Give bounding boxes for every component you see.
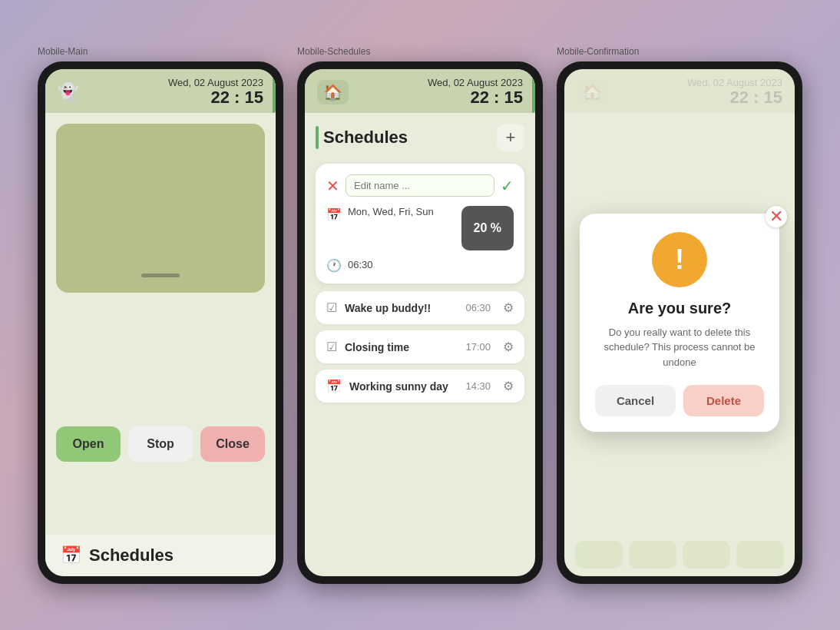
schedules-title: Schedules <box>323 128 408 148</box>
phone1-device: 👻 Wed, 02 August 2023 22 : 15 Open S <box>38 61 283 584</box>
schedule-item-2: 📅 Working sunny day 14:30 ⚙ <box>316 370 524 403</box>
phone3-dialog-overlay: ✕ ! Are you sure? Do you really want to … <box>564 69 795 576</box>
card-confirm-icon[interactable]: ✓ <box>501 177 514 195</box>
schedule-item-0: ☑ Wake up buddy!! 06:30 ⚙ <box>316 291 524 324</box>
schedule-time-0: 06:30 <box>465 302 491 313</box>
phone3-screen: 🏠 Wed, 02 August 2023 22 : 15 <box>564 69 795 576</box>
phone2-datetime: Wed, 02 August 2023 22 : 15 <box>428 77 523 107</box>
schedule-time-1: 17:00 <box>465 341 491 353</box>
phone1-action-buttons: Open Stop Close <box>56 426 265 462</box>
warning-circle: ! <box>652 232 707 287</box>
title-left: Schedules <box>316 126 408 149</box>
dialog-body-text: Do you really want to delete this schedu… <box>595 325 764 370</box>
schedule-icon-0: ☑ <box>326 300 337 315</box>
phone2-time: 22 : 15 <box>428 88 523 107</box>
settings-icon-1[interactable]: ⚙ <box>503 340 514 354</box>
phone3-device: 🏠 Wed, 02 August 2023 22 : 15 <box>557 61 802 584</box>
phone1-time: 22 : 15 <box>168 88 263 107</box>
edit-name-input[interactable] <box>346 174 494 197</box>
card-days: Mon, Wed, Fri, Sun <box>348 206 455 217</box>
phone1-label: Mobile-Main <box>38 46 283 57</box>
warning-exclamation: ! <box>675 244 684 276</box>
ghost-icon: 👻 <box>58 82 78 102</box>
home-icon[interactable]: 🏠 <box>317 80 349 104</box>
edit-schedule-card: ✕ ✓ 📅 Mon, Wed, Fri, Sun 20 % 🕐 06:30 <box>316 164 524 284</box>
drag-handle <box>141 274 180 277</box>
green-accent-bar-2 <box>532 69 535 113</box>
dialog-close-icon: ✕ <box>769 207 783 227</box>
card-time: 06:30 <box>348 259 373 270</box>
confirmation-dialog: ✕ ! Are you sure? Do you really want to … <box>580 214 779 433</box>
dialog-buttons-row: Cancel Delete <box>595 385 764 416</box>
close-button[interactable]: Close <box>200 426 265 462</box>
schedule-time-2: 14:30 <box>465 380 491 392</box>
phone3-wrapper: Mobile-Confirmation 🏠 Wed, 02 August 202… <box>557 46 802 584</box>
schedule-name-2: Working sunny day <box>349 380 458 393</box>
phone1-date: Wed, 02 August 2023 <box>168 77 263 88</box>
cancel-button[interactable]: Cancel <box>595 385 676 416</box>
add-schedule-button[interactable]: + <box>497 124 524 151</box>
dialog-title: Are you sure? <box>595 300 764 317</box>
phone2-body: Schedules + ✕ ✓ 📅 Mon, Wed, Fr <box>305 113 535 416</box>
card-row-days: 📅 Mon, Wed, Fri, Sun 20 % <box>326 206 514 250</box>
dialog-close-button[interactable]: ✕ <box>766 206 787 227</box>
schedules-label: Schedules <box>89 545 174 565</box>
phone2-header: 🏠 Wed, 02 August 2023 22 : 15 <box>305 69 535 113</box>
dialog-icon-area: ! <box>595 232 764 287</box>
phone2-screen: 🏠 Wed, 02 August 2023 22 : 15 Schedules <box>305 69 535 576</box>
phone2-date: Wed, 02 August 2023 <box>428 77 523 88</box>
phone1-schedules-bar[interactable]: 📅 Schedules <box>45 535 276 576</box>
schedule-icon-2: 📅 <box>326 379 342 393</box>
schedule-name-1: Closing time <box>345 341 458 353</box>
card-row-time: 🕐 06:30 <box>326 257 514 273</box>
schedule-item-1: ☑ Closing time 17:00 ⚙ <box>316 330 524 363</box>
phone1-wrapper: Mobile-Main 👻 Wed, 02 August 2023 22 : 1… <box>38 46 283 584</box>
phone1-screen: 👻 Wed, 02 August 2023 22 : 15 Open S <box>45 69 276 576</box>
card-delete-icon[interactable]: ✕ <box>326 177 339 195</box>
phone1-datetime: Wed, 02 August 2023 22 : 15 <box>168 77 263 107</box>
phone2-wrapper: Mobile-Schedules 🏠 Wed, 02 August 2023 2… <box>297 46 543 584</box>
schedule-icon-1: ☑ <box>326 340 337 354</box>
calendar-icon: 📅 <box>61 545 81 565</box>
card-row-name: ✕ ✓ <box>326 174 514 197</box>
phone3-label: Mobile-Confirmation <box>557 46 802 57</box>
open-button[interactable]: Open <box>56 426 121 462</box>
green-strip <box>316 126 319 149</box>
clock-row-icon: 🕐 <box>326 258 342 273</box>
phone1-content-spacer <box>45 293 276 416</box>
green-accent-bar <box>273 69 276 113</box>
settings-icon-0[interactable]: ⚙ <box>503 300 514 315</box>
phone2-label: Mobile-Schedules <box>297 46 543 57</box>
calendar-row-icon: 📅 <box>326 207 342 222</box>
delete-button[interactable]: Delete <box>683 385 764 416</box>
settings-icon-2[interactable]: ⚙ <box>503 379 514 393</box>
stop-button[interactable]: Stop <box>128 426 193 462</box>
phone2-device: 🏠 Wed, 02 August 2023 22 : 15 Schedules <box>297 61 543 584</box>
schedule-name-0: Wake up buddy!! <box>345 302 458 314</box>
phone1-header: 👻 Wed, 02 August 2023 22 : 15 <box>45 69 276 113</box>
schedules-title-row: Schedules + <box>316 121 524 154</box>
phone1-image-area <box>56 124 265 293</box>
percent-badge: 20 % <box>461 206 514 250</box>
